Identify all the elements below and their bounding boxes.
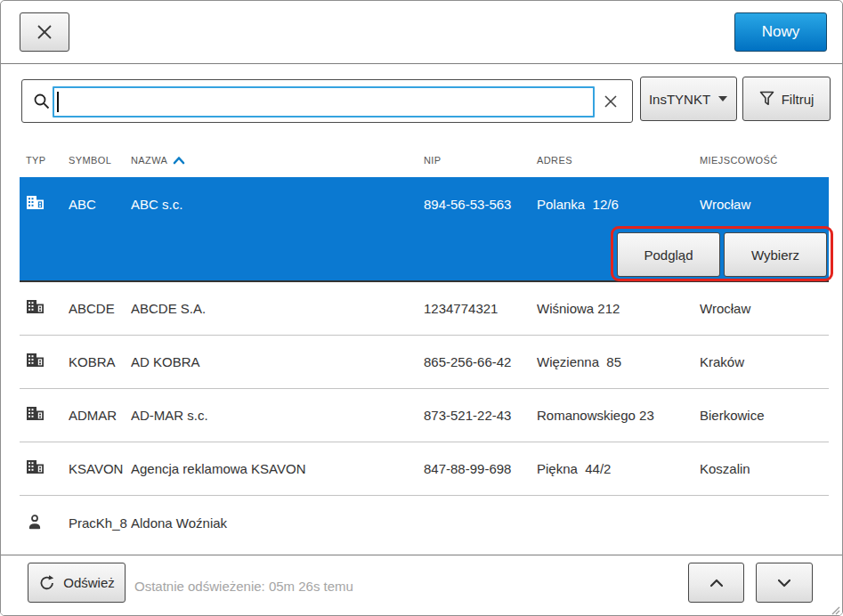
contractor-picker-dialog: Nowy InsTYNKT Filtruj TYP bbox=[0, 0, 843, 616]
column-header-symbol[interactable]: SYMBOL bbox=[69, 155, 131, 166]
instynkt-label: InsTYNKT bbox=[649, 92, 710, 107]
column-header-adres[interactable]: ADRES bbox=[537, 155, 700, 166]
cell-adres: Wiśniowa 212 bbox=[537, 301, 700, 316]
cell-symbol: ABC bbox=[69, 197, 131, 212]
filter-button[interactable]: Filtruj bbox=[742, 77, 831, 121]
clear-icon bbox=[603, 93, 619, 109]
cell-nip: 873-521-22-43 bbox=[424, 408, 537, 423]
scroll-down-button[interactable] bbox=[756, 563, 813, 603]
sort-ascending-icon bbox=[173, 156, 185, 165]
close-icon bbox=[36, 23, 53, 41]
table-row[interactable]: ABCDE ABCDE S.A. 1234774321 Wiśniowa 212… bbox=[20, 282, 829, 336]
cell-nip: 1234774321 bbox=[424, 301, 537, 316]
cell-symbol: ADMAR bbox=[69, 408, 131, 423]
company-icon bbox=[26, 299, 45, 318]
resize-grip[interactable] bbox=[830, 604, 840, 615]
person-icon bbox=[26, 514, 44, 531]
search-input[interactable] bbox=[53, 86, 595, 118]
select-button[interactable]: Wybierz bbox=[724, 232, 827, 277]
search-box bbox=[21, 79, 633, 123]
close-button[interactable] bbox=[20, 12, 69, 52]
cell-symbol: KOBRA bbox=[69, 354, 131, 369]
column-header-miejscowosc[interactable]: MIEJSCOWOŚĆ bbox=[700, 155, 829, 166]
table-row[interactable]: KOBRA AD KOBRA 865-256-66-42 Więzienna 8… bbox=[20, 336, 829, 389]
table-row-selected[interactable]: ABC ABC s.c. 894-56-53-563 Polanka 12/6 … bbox=[20, 177, 829, 282]
cell-miejscowosc: Wrocław bbox=[700, 197, 829, 212]
clear-search-button[interactable] bbox=[598, 90, 623, 115]
filter-icon bbox=[759, 91, 774, 107]
cell-nazwa: Agencja reklamowa KSAVON bbox=[131, 461, 424, 476]
filter-label: Filtruj bbox=[782, 92, 815, 107]
new-button[interactable]: Nowy bbox=[734, 12, 827, 52]
company-icon bbox=[26, 459, 45, 478]
contractor-list: ABC ABC s.c. 894-56-53-563 Polanka 12/6 … bbox=[20, 177, 829, 549]
refresh-label: Odśwież bbox=[63, 575, 115, 590]
cell-nazwa: AD-MAR s.c. bbox=[131, 408, 424, 423]
preview-button[interactable]: Podgląd bbox=[617, 232, 720, 277]
cell-miejscowosc: Wrocław bbox=[700, 301, 829, 316]
chevron-down-icon bbox=[717, 95, 728, 102]
last-refresh-status: Ostatnie odświeżenie: 05m 26s temu bbox=[134, 555, 353, 616]
cell-nazwa: AD KOBRA bbox=[131, 354, 424, 369]
company-icon bbox=[26, 406, 45, 425]
table-row[interactable]: PracKh_8 Aldona Woźniak bbox=[20, 496, 829, 549]
refresh-icon bbox=[38, 574, 56, 592]
scroll-up-button[interactable] bbox=[688, 563, 744, 603]
search-icon bbox=[32, 92, 52, 111]
cell-nazwa: ABC s.c. bbox=[131, 197, 424, 212]
column-header-nip[interactable]: NIP bbox=[424, 155, 537, 166]
cell-adres: Polanka 12/6 bbox=[537, 197, 700, 212]
cell-miejscowosc: Koszalin bbox=[700, 461, 829, 476]
cell-miejscowosc: Kraków bbox=[700, 354, 829, 369]
chevron-down-icon bbox=[777, 579, 791, 588]
cell-adres: Piękna 44/2 bbox=[537, 461, 700, 476]
cell-nip: 894-56-53-563 bbox=[424, 197, 537, 212]
company-icon bbox=[26, 195, 45, 214]
cell-adres: Więzienna 85 bbox=[537, 354, 700, 369]
company-icon bbox=[26, 353, 45, 371]
table-row[interactable]: KSAVON Agencja reklamowa KSAVON 847-88-9… bbox=[20, 442, 829, 496]
cell-nazwa: ABCDE S.A. bbox=[131, 301, 424, 316]
text-caret bbox=[57, 92, 59, 112]
cell-miejscowosc: Bierkowice bbox=[700, 408, 829, 423]
cell-nazwa: Aldona Woźniak bbox=[131, 515, 424, 531]
table-row[interactable]: ADMAR AD-MAR s.c. 873-521-22-43 Romanows… bbox=[20, 389, 829, 442]
cell-symbol: KSAVON bbox=[69, 461, 131, 476]
topbar-divider bbox=[1, 63, 842, 64]
refresh-button[interactable]: Odśwież bbox=[28, 563, 126, 603]
instynkt-dropdown[interactable]: InsTYNKT bbox=[640, 77, 737, 121]
cell-adres: Romanowskiego 23 bbox=[537, 408, 700, 423]
cell-symbol: ABCDE bbox=[69, 301, 131, 316]
cell-nip: 847-88-99-698 bbox=[424, 461, 537, 476]
table-header: TYP SYMBOL NAZWA NIP ADRES MIEJSCOWOŚĆ bbox=[20, 146, 829, 174]
cell-nip: 865-256-66-42 bbox=[424, 354, 537, 369]
column-header-nazwa-label: NAZWA bbox=[131, 155, 167, 166]
cell-symbol: PracKh_8 bbox=[69, 515, 131, 531]
column-header-typ[interactable]: TYP bbox=[26, 155, 69, 166]
chevron-up-icon bbox=[709, 579, 724, 588]
column-header-nazwa[interactable]: NAZWA bbox=[131, 155, 424, 166]
footer-bar: Odśwież Ostatnie odświeżenie: 05m 26s te… bbox=[1, 555, 842, 616]
